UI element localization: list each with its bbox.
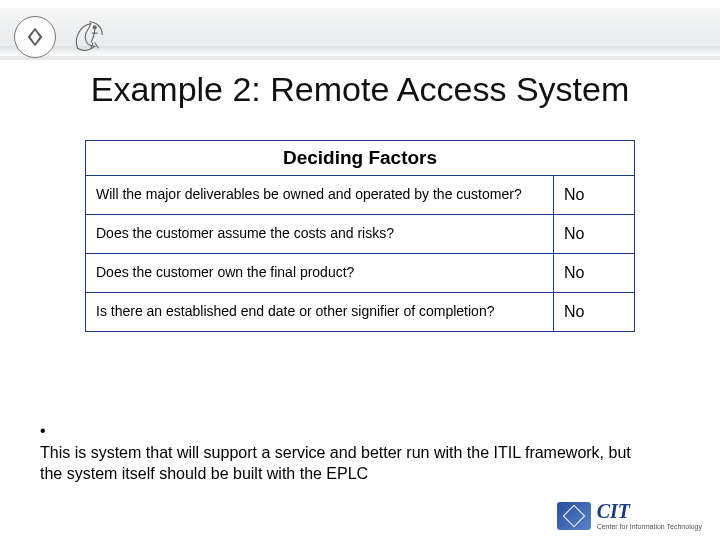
diamond-icon	[24, 26, 46, 48]
cit-chip-icon	[557, 502, 591, 530]
bullet-marker: •	[40, 420, 58, 442]
answer-cell: No	[554, 254, 635, 293]
footer-logo: CIT Center for Information Technology	[557, 501, 702, 530]
question-cell: Will the major deliverables be owned and…	[86, 176, 554, 215]
table-header: Deciding Factors	[86, 141, 635, 176]
table-row: Will the major deliverables be owned and…	[86, 176, 635, 215]
table-row: Does the customer own the final product?…	[86, 254, 635, 293]
slide: Example 2: Remote Access System Deciding…	[0, 0, 720, 540]
cit-label: CIT	[597, 500, 630, 522]
table-row: Does the customer assume the costs and r…	[86, 215, 635, 254]
bullet-text: This is system that will support a servi…	[40, 442, 638, 485]
content-area: Deciding Factors Will the major delivera…	[85, 140, 635, 332]
cit-sublabel: Center for Information Technology	[597, 523, 702, 530]
hhs-seal-icon	[70, 16, 108, 58]
question-cell: Is there an established end date or othe…	[86, 293, 554, 332]
table-row: Is there an established end date or othe…	[86, 293, 635, 332]
header-logos	[14, 16, 108, 58]
cit-text-block: CIT Center for Information Technology	[597, 501, 702, 530]
slide-title: Example 2: Remote Access System	[0, 70, 720, 109]
svg-point-0	[93, 25, 97, 29]
answer-cell: No	[554, 293, 635, 332]
bullet-item: • This is system that will support a ser…	[40, 420, 660, 485]
answer-cell: No	[554, 215, 635, 254]
deciding-factors-table: Deciding Factors Will the major delivera…	[85, 140, 635, 332]
question-cell: Does the customer own the final product?	[86, 254, 554, 293]
header-stripe-shadow	[0, 46, 720, 56]
answer-cell: No	[554, 176, 635, 215]
table-header-row: Deciding Factors	[86, 141, 635, 176]
agency-seal-icon	[14, 16, 56, 58]
question-cell: Does the customer assume the costs and r…	[86, 215, 554, 254]
